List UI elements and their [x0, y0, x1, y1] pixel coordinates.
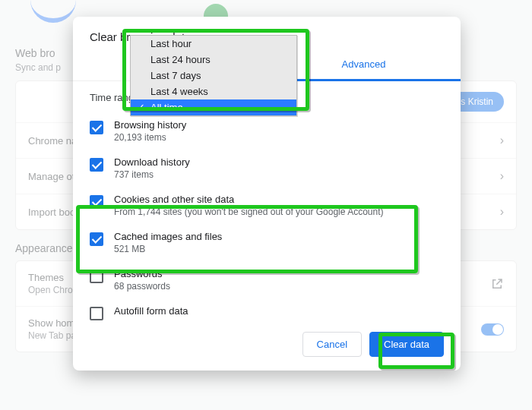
data-type-item: Autofill form data — [90, 298, 444, 327]
data-type-item: Cached images and files521 MB — [90, 224, 444, 261]
data-type-sublabel: 737 items — [114, 169, 190, 180]
data-type-label: Autofill form data — [114, 305, 188, 317]
dialog-actions: Cancel Clear data — [73, 327, 461, 357]
data-type-item: Cookies and other site dataFrom 1,744 si… — [90, 187, 444, 224]
data-type-checkbox[interactable] — [90, 195, 103, 209]
data-type-checkbox[interactable] — [90, 121, 103, 134]
time-range-option[interactable]: All time — [131, 99, 296, 115]
cancel-button[interactable]: Cancel — [302, 332, 362, 357]
clear-data-button[interactable]: Clear data — [369, 332, 444, 357]
data-type-label: Download history — [114, 156, 190, 168]
time-range-option[interactable]: Last 4 weeks — [131, 84, 296, 99]
time-range-option[interactable]: Last 24 hours — [131, 52, 296, 68]
data-type-item: Browsing history20,193 items — [90, 112, 444, 150]
data-type-label: Passwords — [114, 268, 170, 279]
data-type-list: Browsing history20,193 itemsDownload his… — [73, 112, 461, 327]
data-type-label: Browsing history — [114, 119, 186, 131]
data-type-label: Cached images and files — [114, 231, 222, 242]
time-range-dropdown[interactable]: Last hourLast 24 hoursLast 7 daysLast 4 … — [130, 35, 297, 116]
data-type-checkbox[interactable] — [90, 270, 103, 283]
data-type-checkbox[interactable] — [90, 158, 103, 172]
data-type-checkbox[interactable] — [90, 232, 103, 246]
data-type-sublabel: 68 passwords — [114, 281, 170, 292]
data-type-sublabel: 521 MB — [114, 244, 222, 254]
data-type-sublabel: 20,193 items — [114, 132, 186, 143]
data-type-item: Download history737 items — [90, 150, 444, 187]
data-type-checkbox[interactable] — [90, 307, 103, 320]
data-type-label: Cookies and other site data — [114, 194, 384, 205]
time-range-option[interactable]: Last hour — [131, 36, 296, 52]
time-range-option[interactable]: Last 7 days — [131, 68, 296, 84]
data-type-item: Passwords68 passwords — [90, 261, 444, 298]
data-type-sublabel: From 1,744 sites (you won't be signed ou… — [114, 207, 384, 217]
